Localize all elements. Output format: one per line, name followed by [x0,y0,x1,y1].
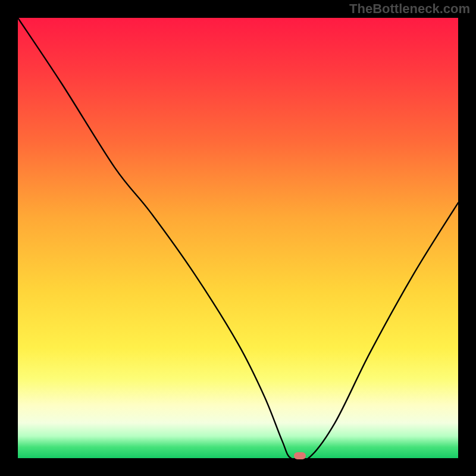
plot-area [18,18,458,458]
watermark-text: TheBottleneck.com [349,1,470,17]
bottleneck-curve [18,18,458,458]
optimal-point-marker [294,452,306,459]
chart-frame: TheBottleneck.com [0,0,476,476]
